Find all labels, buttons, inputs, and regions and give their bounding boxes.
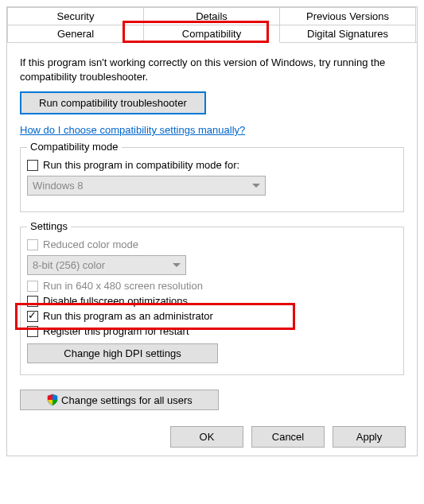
tab-content: If this program isn't working correctly … [7,42,417,418]
change-dpi-button[interactable]: Change high DPI settings [27,343,218,363]
compat-os-combobox[interactable]: Windows 8 [27,176,266,196]
settings-group: Settings Reduced color mode 8-bit (256) … [20,227,404,375]
manual-settings-link[interactable]: How do I choose compatibility settings m… [20,124,245,136]
compat-os-value: Windows 8 [33,180,84,192]
intro-text: If this program isn't working correctly … [20,56,404,83]
color-depth-value: 8-bit (256) color [33,259,105,271]
tab-details[interactable]: Details [143,7,280,25]
cancel-button[interactable]: Cancel [251,426,325,448]
tab-digital-signatures[interactable]: Digital Signatures [279,25,416,43]
chevron-down-icon [252,184,260,188]
reduced-color-label: Reduced color mode [43,238,138,250]
compatibility-mode-group: Compatibility mode Run this program in c… [20,147,404,212]
disable-fullscreen-label: Disable fullscreen optimizations [43,295,188,307]
group-label: Compatibility mode [27,141,122,153]
group-label: Settings [27,220,71,232]
run-640-label: Run in 640 x 480 screen resolution [43,280,203,292]
register-restart-label: Register this program for restart [43,325,189,337]
color-depth-combobox[interactable]: 8-bit (256) color [27,255,186,275]
run-as-admin-checkbox[interactable] [27,311,38,322]
run-as-admin-label: Run this program as an administrator [43,310,213,322]
tab-strip: Security Details Previous Versions Gener… [7,7,417,42]
disable-fullscreen-checkbox[interactable] [27,296,38,307]
compat-mode-checkbox[interactable] [27,160,38,171]
ok-button[interactable]: OK [170,426,243,448]
run-troubleshooter-button[interactable]: Run compatibility troubleshooter [20,91,206,114]
apply-button[interactable]: Apply [333,426,406,448]
compat-mode-label: Run this program in compatibility mode f… [43,159,239,171]
tab-general[interactable]: General [7,25,144,43]
chevron-down-icon [173,263,181,267]
change-all-users-label: Change settings for all users [61,394,193,406]
dialog-footer: OK Cancel Apply [7,418,417,456]
shield-icon [46,394,59,406]
run-640-checkbox[interactable] [27,281,38,292]
properties-dialog: Security Details Previous Versions Gener… [6,6,418,456]
change-all-users-button[interactable]: Change settings for all users [20,390,219,410]
tab-compatibility[interactable]: Compatibility [143,25,280,43]
tab-previous-versions[interactable]: Previous Versions [279,7,416,25]
tab-security[interactable]: Security [7,7,144,25]
register-restart-checkbox[interactable] [27,326,38,337]
reduced-color-checkbox[interactable] [27,239,38,250]
